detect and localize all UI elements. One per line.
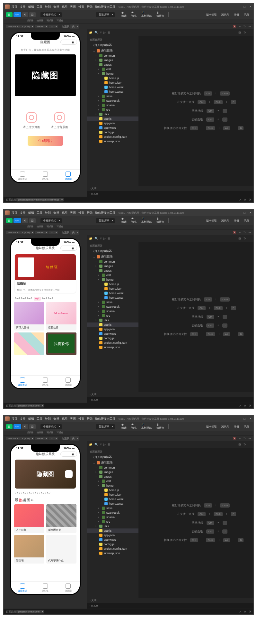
debug-icon[interactable]: ▷ (103, 443, 106, 446)
compile-button[interactable]: ◉编译 (120, 216, 128, 225)
hero-banner[interactable]: 隐藏图 (15, 460, 76, 489)
tree-item[interactable]: ›utils (87, 112, 138, 117)
menu-item[interactable]: 设置 (78, 417, 84, 421)
toolbar-action[interactable]: 详情 (232, 12, 241, 17)
device-dropdown[interactable]: iPhone 12/13 (Pro) (6, 25, 34, 28)
tree-item[interactable]: ›common (87, 465, 138, 470)
outline-panel[interactable]: › 大纲 (87, 186, 253, 191)
tree-item[interactable]: home.json (87, 80, 138, 85)
menu-item[interactable]: 视图 (62, 5, 67, 9)
tree-item[interactable]: ›common (87, 53, 138, 58)
debug-icon[interactable]: ▷ (103, 31, 106, 34)
mode-dropdown[interactable]: 小程序模式 (40, 12, 62, 17)
visual-toggle[interactable]: ◫ (29, 218, 36, 223)
zoom-dropdown[interactable]: 100% (35, 25, 48, 28)
preview-button[interactable]: 👁预览 (129, 216, 138, 225)
capsule[interactable]: ⋯◉ (60, 452, 77, 457)
toolbar-action[interactable]: 详情 (232, 218, 241, 223)
open-editors[interactable]: › 打开的编辑器 (87, 454, 138, 460)
app-card[interactable]: 代写寒假作业 (46, 535, 76, 564)
search-icon[interactable]: 🔍 (94, 237, 98, 240)
more-icon[interactable]: ⋯ (248, 25, 251, 28)
minimize-button[interactable]: — (237, 5, 240, 8)
mute-icon[interactable]: 🔇 (233, 231, 236, 234)
tree-item[interactable]: ›spacial (87, 515, 138, 519)
outline-panel[interactable]: › 大纲 (87, 598, 253, 603)
tree-item[interactable]: app.wxss (87, 126, 138, 130)
menu-item[interactable]: 视图 (62, 417, 67, 421)
tree-item[interactable]: ›scanresult (87, 510, 138, 515)
clear-cache-button[interactable]: 🗑清缓存 (155, 10, 166, 19)
tree-item[interactable]: app.js (87, 322, 138, 327)
tree-root[interactable]: ⌄趣味娱乐 (87, 460, 138, 465)
tag[interactable]: 表白 (34, 297, 41, 301)
toolbar-action[interactable]: 版本管理 (204, 12, 218, 17)
tree-item[interactable]: app.js (87, 528, 138, 533)
menu-item[interactable]: 选择 (53, 5, 59, 9)
tree-item[interactable]: ›images (87, 58, 138, 62)
explorer-icon[interactable]: 📁 (89, 237, 93, 240)
menu-item[interactable]: 转到 (45, 417, 51, 421)
font-dropdown[interactable]: 16 (49, 437, 58, 440)
menu-item[interactable]: 项目 (12, 211, 17, 215)
menu-item[interactable]: 编辑 (28, 5, 34, 9)
clear-cache-button[interactable]: 🗑清缓存 (155, 422, 166, 431)
open-editors[interactable]: › 打开的编辑器 (87, 248, 138, 254)
zoom-dropdown[interactable]: 100% (35, 231, 48, 234)
tree-item[interactable]: ›scanresult (87, 98, 138, 103)
minimize-button[interactable]: — (237, 211, 240, 214)
more-icon[interactable]: ⋯ (248, 231, 251, 234)
outline-panel[interactable]: › 大纲 (87, 392, 253, 397)
preview-image[interactable]: 隐藏图 (15, 54, 76, 96)
tree-item[interactable]: sitemap.json (87, 551, 138, 555)
menu-item[interactable]: 转到 (45, 211, 51, 215)
upload-preview[interactable]: 请上传预览图 (23, 112, 40, 129)
app-card[interactable]: 朋友圈点赞 (46, 504, 76, 533)
compile-dropdown[interactable]: 普通编译 (96, 218, 115, 223)
mute-icon[interactable]: 🔇 (233, 437, 236, 440)
tree-item[interactable]: project.config.json (87, 546, 138, 551)
tree-item[interactable]: ›edit (87, 479, 138, 483)
simulator-toggle[interactable]: ▤ (6, 218, 13, 223)
capsule[interactable]: ⋯◉ (60, 40, 77, 45)
minimize-button[interactable]: — (237, 417, 240, 420)
tree-item[interactable]: app.json (87, 533, 138, 537)
tree-root[interactable]: ⌄趣味娱乐 (87, 254, 138, 259)
tree-item[interactable]: home.wxss (87, 295, 138, 300)
editor-toggle[interactable]: </> (13, 12, 21, 17)
tree-item[interactable]: ›scanresult (87, 304, 138, 309)
preview-button[interactable]: 👁预览 (129, 10, 138, 19)
tree-item[interactable]: home.wxss (87, 89, 138, 94)
menu-item[interactable]: 项目 (12, 417, 17, 421)
mute-icon[interactable]: 🔇 (233, 25, 236, 28)
menu-item[interactable]: 工具 (37, 5, 42, 9)
tree-item[interactable]: ›images (87, 264, 138, 268)
ext-icon[interactable]: ⊞ (108, 237, 110, 240)
visual-toggle[interactable]: ◫ (29, 424, 36, 429)
tree-item[interactable]: ›common (87, 259, 138, 264)
tree-item[interactable]: ›edit (87, 273, 138, 277)
avatar[interactable] (5, 210, 10, 215)
toolbar-action[interactable]: 消息 (242, 424, 251, 429)
menu-item[interactable]: 帮助 (87, 417, 93, 421)
tree-item[interactable]: ›utils (87, 318, 138, 322)
toolbar-action[interactable]: 测试号 (219, 424, 231, 429)
tree-item[interactable]: app.js (87, 117, 138, 121)
tree-item[interactable]: config.js (87, 542, 138, 546)
menu-item[interactable]: 微信开发者工具 (95, 211, 115, 215)
tree-item[interactable]: ›save (87, 94, 138, 98)
compile-button[interactable]: ◉编译 (120, 422, 128, 431)
close-button[interactable]: ✕ (249, 5, 252, 8)
tree-item[interactable]: ›home (87, 71, 138, 76)
tree-item[interactable]: app.json (87, 121, 138, 126)
menu-item[interactable]: 文件 (20, 5, 26, 9)
tree-item[interactable]: home.js (87, 76, 138, 80)
upload-background[interactable]: 请上传背景图 (51, 112, 68, 129)
menu-item[interactable]: 项目 (12, 5, 17, 9)
rotate-icon[interactable]: ↻ (244, 231, 246, 234)
menu-item[interactable]: 界面 (70, 417, 76, 421)
device-dropdown[interactable]: iPhone 12/13 (Pro) (6, 437, 34, 440)
mode-dropdown[interactable]: 小程序模式 (40, 424, 62, 429)
visual-toggle[interactable]: ◫ (29, 12, 36, 17)
tree-item[interactable]: ›pages (87, 474, 138, 479)
